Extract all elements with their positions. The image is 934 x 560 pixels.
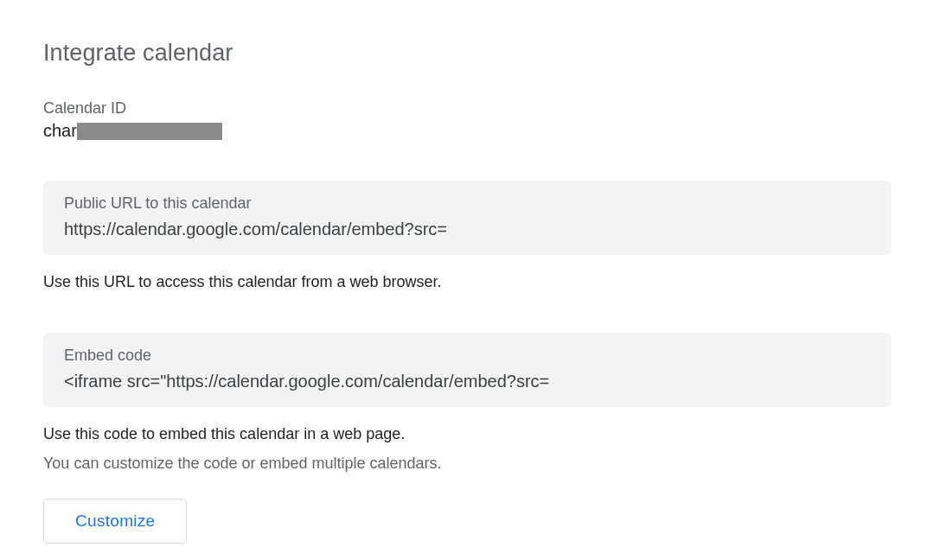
public-url-box[interactable]: Public URL to this calendar https://cale…: [43, 181, 891, 255]
embed-code-helper-block: Use this code to embed this calendar in …: [43, 423, 891, 476]
embed-code-helper-secondary: You can customize the code or embed mult…: [43, 452, 891, 476]
calendar-id-field: Calendar ID char: [43, 99, 891, 141]
embed-code-box[interactable]: Embed code <iframe src="https://calendar…: [43, 333, 891, 407]
redacted-block: [77, 123, 222, 140]
calendar-id-label: Calendar ID: [43, 99, 891, 118]
public-url-value: https://calendar.google.com/calendar/emb…: [64, 220, 870, 239]
customize-button[interactable]: Customize: [43, 499, 187, 544]
public-url-label: Public URL to this calendar: [64, 194, 870, 213]
public-url-helper: Use this URL to access this calendar fro…: [43, 270, 891, 295]
calendar-id-prefix: char: [43, 121, 77, 141]
embed-code-helper-primary: Use this code to embed this calendar in …: [43, 423, 891, 447]
calendar-id-value-row: char: [43, 121, 891, 141]
embed-code-value: <iframe src="https://calendar.google.com…: [64, 372, 870, 391]
section-title: Integrate calendar: [43, 40, 891, 67]
embed-code-label: Embed code: [64, 347, 870, 365]
